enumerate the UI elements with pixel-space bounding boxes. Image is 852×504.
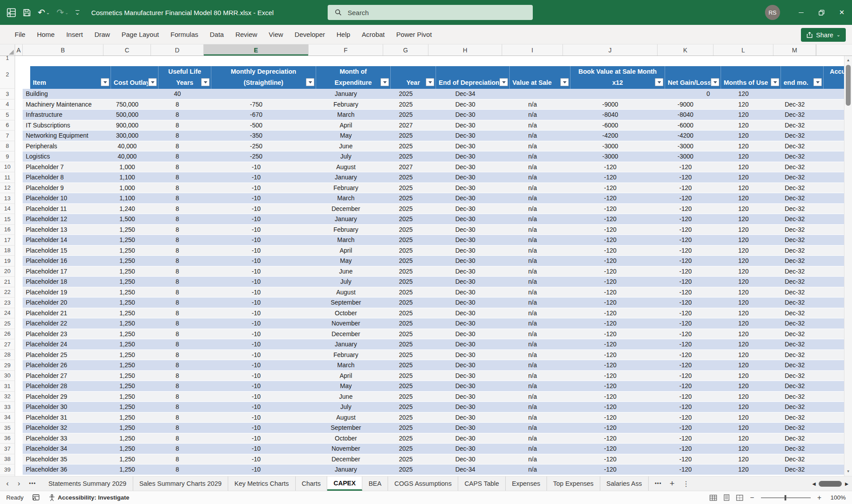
cell-value-at-sale[interactable]: n/a [502, 464, 563, 475]
cell-col-a[interactable] [15, 120, 23, 131]
cell-month-of-expenditure[interactable]: June [309, 266, 383, 277]
row-number[interactable]: 35 [0, 423, 15, 433]
cell-cost-outlay[interactable]: 1,250 [103, 277, 151, 287]
cell-value-at-sale[interactable]: n/a [502, 329, 563, 339]
cell-net-gain-loss[interactable]: -120 [658, 444, 713, 454]
cell-useful-life[interactable]: 40 [151, 89, 204, 99]
accessibility-checker-button[interactable]: Accessibility: Investigate [49, 494, 129, 501]
share-button[interactable]: Share ⌄ [801, 28, 846, 42]
cell-end-of-depreciation[interactable]: Dec-30 [428, 235, 502, 245]
cell-month-of-expenditure[interactable]: March [309, 360, 383, 370]
cell-end-mo[interactable]: Dec-32 [773, 298, 816, 308]
cell-end-of-depreciation[interactable]: Dec-30 [428, 287, 502, 298]
header-item[interactable]: Item [30, 66, 111, 89]
cell-value-at-sale[interactable]: n/a [502, 120, 563, 131]
cell-book-value-x12[interactable] [563, 89, 658, 99]
cell-months-of-use[interactable]: 120 [713, 318, 773, 329]
cell-month-of-expenditure[interactable]: June [309, 141, 383, 151]
cell-book-value-x12[interactable]: -120 [563, 413, 658, 423]
header-value-at-sale[interactable]: Value at Sale [510, 66, 571, 89]
sheet-tab[interactable]: BEA [362, 476, 388, 491]
filter-button-months-of-use[interactable] [771, 78, 779, 86]
cell-item[interactable]: IT Subscriptions [23, 120, 103, 131]
header-book-value-x12[interactable]: Book Value at Sale Month x12 [571, 66, 665, 89]
cell-monthly-depreciation[interactable]: -10 [204, 225, 309, 235]
ribbon-tab[interactable]: Power Pivot [391, 25, 438, 44]
cell-book-value-x12[interactable]: -120 [563, 423, 658, 433]
cell-col-a[interactable] [15, 256, 23, 266]
cell-months-of-use[interactable]: 120 [713, 141, 773, 151]
cell-month-of-expenditure[interactable]: November [309, 444, 383, 454]
row-number[interactable]: 13 [0, 193, 15, 204]
sheet-tab[interactable]: Key Metrics Charts [228, 476, 295, 491]
cell-months-of-use[interactable]: 120 [713, 246, 773, 256]
cell-cost-outlay[interactable]: 1,250 [103, 360, 151, 370]
cell-net-gain-loss[interactable]: -120 [658, 423, 713, 433]
cell-item[interactable]: Machinery Maintenance [23, 99, 103, 110]
cell-month-of-expenditure[interactable]: January [309, 214, 383, 224]
cell-col-a[interactable] [15, 433, 23, 444]
cell-useful-life[interactable]: 8 [151, 454, 204, 464]
cell-item[interactable]: Placeholder 26 [23, 360, 103, 370]
cell-value-at-sale[interactable]: n/a [502, 350, 563, 360]
cell-monthly-depreciation[interactable]: -10 [204, 214, 309, 224]
cell-net-gain-loss[interactable]: -9000 [658, 99, 713, 110]
cell-item[interactable]: Placeholder 11 [23, 204, 103, 214]
cell-net-gain-loss[interactable]: -120 [658, 464, 713, 475]
cell-end-mo[interactable]: Dec-32 [773, 151, 816, 162]
cell-months-of-use[interactable]: 120 [713, 110, 773, 120]
zoom-slider[interactable] [761, 497, 811, 498]
cell-book-value-x12[interactable]: -120 [563, 464, 658, 475]
cell-end-of-depreciation[interactable]: Dec-30 [428, 423, 502, 433]
cell-month-of-expenditure[interactable]: January [309, 89, 383, 99]
cell-end-of-depreciation[interactable]: Dec-30 [428, 402, 502, 412]
cell-book-value-x12[interactable]: -120 [563, 298, 658, 308]
cell-year[interactable]: 2025 [383, 329, 428, 339]
cell-monthly-depreciation[interactable]: -350 [204, 131, 309, 141]
cell-monthly-depreciation[interactable]: -10 [204, 464, 309, 475]
cell-monthly-depreciation[interactable]: -10 [204, 172, 309, 183]
cell-col-a[interactable] [15, 204, 23, 214]
cell-month-of-expenditure[interactable]: December [309, 204, 383, 214]
cell-item[interactable]: Placeholder 20 [23, 298, 103, 308]
cell-col-a[interactable] [15, 329, 23, 340]
cell-useful-life[interactable]: 8 [151, 392, 204, 402]
zoom-out-button[interactable]: − [750, 494, 754, 502]
cell-book-value-x12[interactable]: -120 [563, 350, 658, 360]
cell-useful-life[interactable]: 8 [151, 225, 204, 235]
filter-button-year[interactable] [426, 78, 434, 86]
cell-value-at-sale[interactable]: n/a [502, 339, 563, 349]
cell-end-mo[interactable]: Dec-32 [773, 225, 816, 235]
cell-end-mo[interactable]: Dec-32 [773, 308, 816, 318]
cell-net-gain-loss[interactable]: -120 [658, 256, 713, 266]
column-header[interactable]: F [309, 44, 383, 56]
cell-end-of-depreciation[interactable]: Dec-30 [428, 266, 502, 277]
cell-cost-outlay[interactable]: 1,250 [103, 454, 151, 464]
cell-monthly-depreciation[interactable]: -10 [204, 235, 309, 245]
cell-end-of-depreciation[interactable]: Dec-30 [428, 433, 502, 444]
cell-month-of-expenditure[interactable]: July [309, 402, 383, 412]
cell-monthly-depreciation[interactable]: -10 [204, 454, 309, 464]
cell-end-mo[interactable]: Dec-32 [773, 193, 816, 203]
cell-months-of-use[interactable]: 120 [713, 120, 773, 131]
cell-month-of-expenditure[interactable]: March [309, 110, 383, 120]
cell-months-of-use[interactable]: 120 [713, 308, 773, 318]
cell-months-of-use[interactable]: 120 [713, 454, 773, 464]
cell-useful-life[interactable]: 8 [151, 287, 204, 298]
cell-useful-life[interactable]: 8 [151, 256, 204, 266]
cell-useful-life[interactable]: 8 [151, 277, 204, 287]
cell-end-mo[interactable]: Dec-32 [773, 131, 816, 141]
cell-months-of-use[interactable]: 120 [713, 225, 773, 235]
cell-year[interactable]: 2025 [383, 444, 428, 454]
cell-year[interactable]: 2025 [383, 413, 428, 423]
cell-end-mo[interactable]: Dec-32 [773, 454, 816, 464]
cell-year[interactable]: 2025 [383, 225, 428, 235]
cell-end-of-depreciation[interactable]: Dec-30 [428, 308, 502, 318]
cell-year[interactable]: 2025 [383, 110, 428, 120]
row-number[interactable]: 27 [0, 339, 15, 350]
cell-monthly-depreciation[interactable] [204, 89, 309, 99]
cell-useful-life[interactable]: 8 [151, 371, 204, 381]
row-number[interactable]: 19 [0, 256, 15, 266]
cell-end-mo[interactable]: Dec-32 [773, 256, 816, 266]
cell-net-gain-loss[interactable]: -6000 [658, 120, 713, 131]
